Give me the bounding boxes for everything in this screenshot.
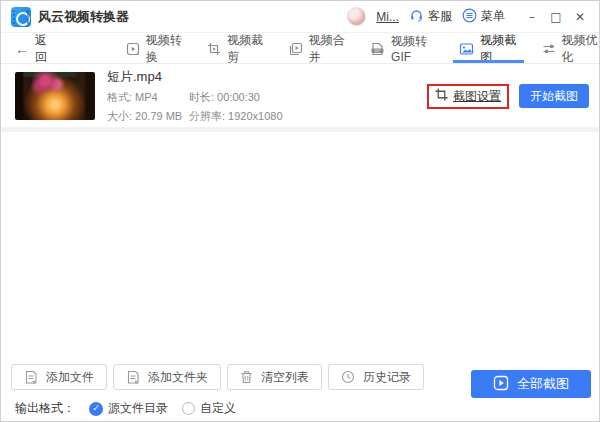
tab-label: 视频转换 [146,32,183,66]
tab-strip: 视频转换 视频裁剪 视频合并 GIF 视频转GIF [126,34,599,63]
clear-list-label: 清空列表 [261,369,309,386]
history-label: 历史记录 [363,369,411,386]
app-logo-icon [11,7,31,27]
window-controls: – □ ✕ [521,6,591,28]
close-button[interactable]: ✕ [569,6,591,28]
file-meta: 格式: MP4 时长: 00:00:30 大小: 20.79 MB 分辨率: 1… [107,90,283,124]
video-convert-icon [126,42,140,56]
video-crop-icon [207,42,221,56]
file-list-empty-area [1,137,599,357]
tab-label: 视频截图 [480,32,517,66]
video-thumbnail [15,72,95,120]
gif-file-icon: GIF [370,42,385,56]
minimize-button[interactable]: – [521,6,543,28]
menu-label: 菜单 [481,8,505,25]
tab-label: 视频裁剪 [227,32,264,66]
radio-unchecked-icon [182,402,195,415]
screenshot-all-label: 全部截图 [517,375,569,393]
radio-source-label: 源文件目录 [108,400,168,417]
user-avatar[interactable] [347,7,366,26]
back-arrow-icon: ← [15,41,29,57]
tab-video-crop[interactable]: 视频裁剪 [207,34,264,63]
radio-source-directory[interactable]: ✓ 源文件目录 [89,400,168,417]
file-duration: 时长: 00:00:30 [189,90,283,105]
file-format: 格式: MP4 [107,90,189,105]
clear-list-button[interactable]: 清空列表 [227,364,322,390]
username-link[interactable]: Mi... [376,10,399,24]
back-button[interactable]: ← 返回 [15,32,54,66]
screenshot-settings-link[interactable]: 截图设置 [435,88,501,105]
app-window: 风云视频转换器 Mi... 客服 菜单 – □ ✕ [0,0,600,422]
file-actions: 截图设置 开始截图 [427,84,589,109]
file-name: 短片.mp4 [107,68,283,86]
add-file-button[interactable]: 添加文件 [11,364,107,390]
back-label: 返回 [35,32,54,66]
nav-bar: ← 返回 视频转换 视频裁剪 视频合并 [1,34,599,64]
add-file-icon [24,370,38,385]
headset-icon [409,8,424,26]
menu-icon [462,8,477,26]
video-merge-icon [289,42,303,56]
add-folder-icon [126,370,140,385]
radio-custom-label: 自定义 [200,400,236,417]
sliders-icon [542,42,556,56]
svg-text:GIF: GIF [375,49,381,53]
screenshot-all-button[interactable]: 全部截图 [471,370,591,398]
start-screenshot-button[interactable]: 开始截图 [519,84,589,108]
history-button[interactable]: 历史记录 [328,364,424,390]
output-format-label: 输出格式： [15,400,75,417]
titlebar: 风云视频转换器 Mi... 客服 菜单 – □ ✕ [1,1,599,33]
clock-icon [341,370,355,384]
add-file-label: 添加文件 [46,369,94,386]
file-resolution: 分辨率: 1920x1080 [189,109,283,124]
maximize-button[interactable]: □ [545,6,567,28]
file-info: 短片.mp4 格式: MP4 时长: 00:00:30 大小: 20.79 MB… [107,68,283,124]
tab-video-convert[interactable]: 视频转换 [126,34,183,63]
screenshot-settings-label: 截图设置 [453,88,501,105]
screenshot-image-icon [459,42,474,56]
trash-icon [240,370,253,384]
customer-service-label: 客服 [428,8,452,25]
tab-video-screenshot[interactable]: 视频截图 [459,34,517,63]
bottom-toolbar: 添加文件 添加文件夹 清空列表 历史记录 [11,364,424,390]
menu-button[interactable]: 菜单 [462,8,505,26]
file-size: 大小: 20.79 MB [107,109,189,124]
red-annotation-box: 截图设置 [427,84,509,109]
customer-service-button[interactable]: 客服 [409,8,452,26]
file-list-row[interactable]: 短片.mp4 格式: MP4 时长: 00:00:30 大小: 20.79 MB… [1,65,599,132]
add-folder-label: 添加文件夹 [148,369,208,386]
crop-icon [435,88,448,104]
tab-label: 视频优化 [562,32,599,66]
tab-label: 视频转GIF [391,33,435,64]
add-folder-button[interactable]: 添加文件夹 [113,364,221,390]
play-square-icon [493,375,509,394]
titlebar-left: 风云视频转换器 [11,7,129,27]
tab-video-optimize[interactable]: 视频优化 [542,34,599,63]
tab-label: 视频合并 [309,32,346,66]
app-title: 风云视频转换器 [38,8,129,26]
titlebar-right: Mi... 客服 菜单 – □ ✕ [347,6,591,28]
radio-custom[interactable]: 自定义 [182,400,236,417]
tab-video-to-gif[interactable]: GIF 视频转GIF [370,34,435,63]
radio-checked-icon: ✓ [89,402,103,416]
output-format-row: 输出格式： ✓ 源文件目录 自定义 [15,400,236,417]
tab-video-merge[interactable]: 视频合并 [289,34,346,63]
